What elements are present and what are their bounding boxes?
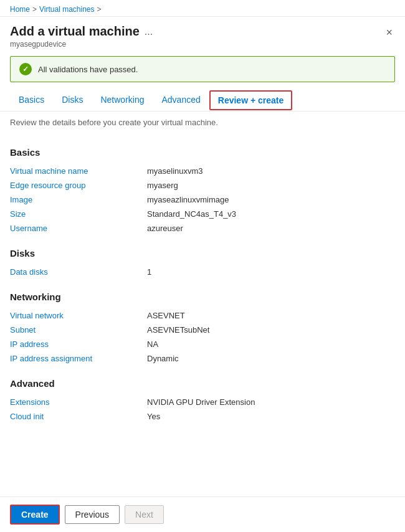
section-advanced: Advanced Extensions NVIDIA GPU Driver Ex… bbox=[10, 378, 395, 424]
label-image: Image bbox=[10, 195, 147, 204]
close-button[interactable]: × bbox=[383, 24, 395, 40]
validation-banner: All validations have passed. bbox=[10, 56, 395, 82]
section-disks-title: Disks bbox=[10, 248, 395, 259]
list-item: Extensions NVIDIA GPU Driver Extension bbox=[10, 395, 395, 409]
tab-advanced[interactable]: Advanced bbox=[153, 90, 209, 111]
tab-basics[interactable]: Basics bbox=[10, 90, 53, 111]
breadcrumb-sep2: > bbox=[97, 5, 102, 14]
section-basics: Basics Virtual machine name myaselinuxvm… bbox=[10, 147, 395, 235]
footer: Create Previous Next bbox=[0, 496, 405, 532]
breadcrumb-home[interactable]: Home bbox=[10, 5, 30, 14]
label-username: Username bbox=[10, 224, 147, 233]
list-item: IP address NA bbox=[10, 337, 395, 351]
label-size: Size bbox=[10, 209, 147, 219]
tab-review-create[interactable]: Review + create bbox=[209, 90, 292, 110]
label-virtual-network: Virtual network bbox=[10, 311, 147, 320]
list-item: IP address assignment Dynamic bbox=[10, 351, 395, 366]
label-subnet: Subnet bbox=[10, 325, 147, 335]
list-item: Virtual machine name myaselinuxvm3 bbox=[10, 164, 395, 178]
tab-networking[interactable]: Networking bbox=[92, 90, 153, 111]
next-button: Next bbox=[125, 505, 164, 524]
tab-disks[interactable]: Disks bbox=[53, 90, 92, 111]
section-networking: Networking Virtual network ASEVNET Subne… bbox=[10, 292, 395, 366]
validation-message: All validations have passed. bbox=[38, 65, 138, 74]
value-data-disks: 1 bbox=[147, 267, 151, 277]
check-circle-icon bbox=[19, 63, 32, 75]
value-vm-name: myaselinuxvm3 bbox=[147, 166, 203, 176]
label-ip-assignment: IP address assignment bbox=[10, 354, 147, 363]
list-item: Image myaseazlinuxvmimage bbox=[10, 192, 395, 207]
list-item: Virtual network ASEVNET bbox=[10, 308, 395, 323]
section-networking-title: Networking bbox=[10, 292, 395, 302]
label-data-disks: Data disks bbox=[10, 267, 147, 277]
panel-subtitle: myasegpudevice bbox=[10, 40, 383, 49]
list-item: Cloud init Yes bbox=[10, 409, 395, 424]
page-title: Add a virtual machine bbox=[10, 24, 140, 39]
label-vm-name: Virtual machine name bbox=[10, 166, 147, 176]
value-virtual-network: ASEVNET bbox=[147, 311, 185, 320]
section-disks: Disks Data disks 1 bbox=[10, 248, 395, 279]
value-image: myaseazlinuxvmimage bbox=[147, 195, 229, 204]
value-size: Standard_NC4as_T4_v3 bbox=[147, 209, 236, 219]
value-ip-address: NA bbox=[147, 340, 158, 349]
section-basics-title: Basics bbox=[10, 147, 395, 158]
review-content: Basics Virtual machine name myaselinuxvm… bbox=[0, 130, 405, 473]
review-subtitle: Review the details before you create you… bbox=[0, 112, 405, 130]
breadcrumb: Home > Virtual machines > bbox=[0, 0, 405, 17]
previous-button[interactable]: Previous bbox=[65, 505, 120, 524]
ellipsis-menu[interactable]: ... bbox=[145, 26, 153, 37]
value-resource-group: myaserg bbox=[147, 181, 178, 190]
tabs-bar: Basics Disks Networking Advanced Review … bbox=[0, 90, 405, 112]
section-advanced-title: Advanced bbox=[10, 378, 395, 389]
list-item: Size Standard_NC4as_T4_v3 bbox=[10, 207, 395, 221]
label-resource-group: Edge resource group bbox=[10, 181, 147, 190]
value-cloud-init: Yes bbox=[147, 412, 160, 421]
list-item: Edge resource group myaserg bbox=[10, 178, 395, 192]
label-cloud-init: Cloud init bbox=[10, 412, 147, 421]
create-button[interactable]: Create bbox=[10, 505, 60, 525]
list-item: Data disks 1 bbox=[10, 265, 395, 279]
panel-header: Add a virtual machine ... myasegpudevice… bbox=[0, 17, 405, 49]
value-ip-assignment: Dynamic bbox=[147, 354, 179, 363]
label-extensions: Extensions bbox=[10, 397, 147, 407]
list-item: Subnet ASEVNETsubNet bbox=[10, 323, 395, 337]
list-item: Username azureuser bbox=[10, 221, 395, 235]
label-ip-address: IP address bbox=[10, 340, 147, 349]
breadcrumb-virtual-machines[interactable]: Virtual machines bbox=[39, 5, 95, 14]
value-extensions: NVIDIA GPU Driver Extension bbox=[147, 397, 255, 407]
breadcrumb-sep1: > bbox=[32, 5, 37, 14]
value-subnet: ASEVNETsubNet bbox=[147, 325, 209, 335]
value-username: azureuser bbox=[147, 224, 183, 233]
